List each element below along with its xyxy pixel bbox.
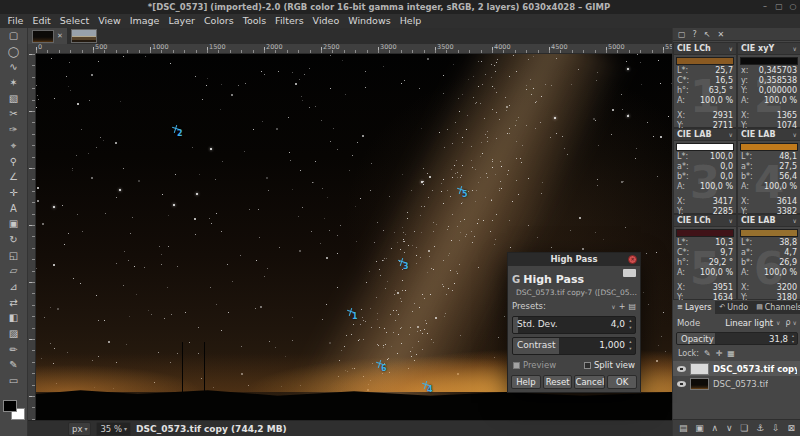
visibility-eye-icon[interactable] <box>677 381 686 387</box>
display-icon[interactable]: ▢ <box>678 28 686 41</box>
tool-scissors-select[interactable]: ✂ <box>0 106 27 122</box>
layer-row[interactable]: DSC_0573.tif copy <box>673 361 800 376</box>
sample-point-3[interactable]: 3 <box>398 258 412 272</box>
zoom-select[interactable]: 35 % ▾ <box>96 422 131 436</box>
close-icon[interactable]: ✕ <box>718 28 725 41</box>
high-pass-dialog[interactable]: High Pass ✕ GHigh Pass DSC_0573.tif copy… <box>507 252 641 393</box>
add-preset-icon[interactable]: + <box>619 302 626 311</box>
tool-select-by-color[interactable]: ▧ <box>0 91 27 107</box>
menu-layer[interactable]: Layer <box>164 14 200 28</box>
dialog-title-bar[interactable]: High Pass ✕ <box>508 253 640 266</box>
minimize-icon[interactable]: – <box>758 0 772 14</box>
menu-image[interactable]: Image <box>125 14 164 28</box>
opacity-slider[interactable]: Opacity 31,8 ▴▾ <box>676 332 798 345</box>
cancel-button[interactable]: Cancel <box>574 375 605 389</box>
tool-shear[interactable]: ▱ <box>0 263 27 279</box>
tool-move[interactable]: ✛ <box>0 185 27 201</box>
unit-select[interactable]: px ▾ <box>68 422 91 436</box>
presets-dropdown[interactable]: ∨ <box>549 303 616 310</box>
tool-rect-select[interactable]: ▢ <box>0 28 27 44</box>
menu-edit[interactable]: Edit <box>28 14 55 28</box>
raise-layer-button[interactable]: ∧ <box>712 423 719 433</box>
lock-position-icon[interactable]: ✛ <box>716 349 723 358</box>
lock-alpha-icon[interactable]: ▦ <box>727 349 735 358</box>
split-view-checkbox[interactable]: Split view <box>584 360 635 370</box>
help-button[interactable]: Help <box>511 375 541 389</box>
tab-close-icon[interactable]: ✕ <box>57 32 63 40</box>
menu-tools[interactable]: Tools <box>238 14 270 28</box>
new-group-button[interactable]: ▣ <box>695 423 704 433</box>
tool-fuzzy-select[interactable]: ✶ <box>0 75 27 91</box>
tool-scale[interactable]: ◱ <box>0 248 27 264</box>
tool-pencil[interactable]: ✏ <box>0 342 27 358</box>
image-tab-landscape[interactable] <box>67 28 101 44</box>
tool-free-select[interactable]: ∿ <box>0 59 27 75</box>
tool-bucket-fill[interactable]: ◧ <box>0 310 27 326</box>
cursor-icon[interactable]: ↖ <box>704 28 711 41</box>
slider-std-dev-[interactable]: Std. Dev.4,0▴▾ <box>512 316 636 334</box>
menu-colors[interactable]: Colors <box>199 14 238 28</box>
colorspace-select[interactable]: CIE xyY∨ <box>738 43 800 55</box>
menu-video[interactable]: Video <box>308 14 344 28</box>
menu-windows[interactable]: Windows <box>344 14 395 28</box>
spinner-icons[interactable]: ▴▾ <box>790 333 796 344</box>
image-tab-night-sky[interactable]: ✕ <box>28 28 67 44</box>
layer-row[interactable]: DSC_0573.tif <box>673 376 800 391</box>
close-icon[interactable]: ○ <box>786 0 800 14</box>
coord-label: Y: <box>741 207 748 217</box>
sample-point-2[interactable]: 2 <box>172 125 186 139</box>
fg-bg-colors[interactable] <box>3 400 25 420</box>
spinner-icons[interactable]: ▴▾ <box>627 318 634 331</box>
preview-checkbox[interactable]: Preview <box>513 360 556 370</box>
horizontal-ruler[interactable]: 0500100015002000250030003500400045005000… <box>36 44 672 54</box>
new-layer-button[interactable]: ▤ <box>679 423 688 433</box>
title-bar[interactable]: *[DSC_0573] (imported)-2.0 (RGB color 16… <box>0 0 800 14</box>
menu-view[interactable]: View <box>94 14 126 28</box>
tool-text[interactable]: A <box>0 201 27 217</box>
colorspace-select[interactable]: CIE LCh∨ <box>674 43 736 55</box>
blend-space-icon[interactable]: ρ <box>786 318 791 327</box>
tool-flip[interactable]: ⇄ <box>0 295 27 311</box>
reset-button[interactable]: Reset <box>543 375 573 389</box>
layer-mode-row[interactable]: Mode Linear light ∨ ρ ∨ <box>673 315 800 330</box>
tool-paths[interactable]: ✑ <box>0 122 27 138</box>
dialog-close-icon[interactable]: ✕ <box>628 255 637 264</box>
tool-measure[interactable]: ∠ <box>0 169 27 185</box>
menu-select[interactable]: Select <box>55 14 93 28</box>
ok-button[interactable]: OK <box>607 375 637 389</box>
merge-down-button[interactable]: ⇩ <box>772 423 780 433</box>
duplicate-layer-button[interactable]: ❏ <box>740 423 748 433</box>
help-icon[interactable]: ? <box>693 28 697 41</box>
maximize-icon[interactable]: ▢ <box>772 0 786 14</box>
delete-layer-button[interactable]: ⊠ <box>787 423 795 433</box>
tool-zoom[interactable]: ⚲ <box>0 154 27 170</box>
manage-presets-icon[interactable]: ▤ <box>628 302 636 311</box>
menu-help[interactable]: Help <box>395 14 426 28</box>
slider-contrast[interactable]: Contrast1,000▴▾ <box>512 337 636 355</box>
lock-paint-icon[interactable]: ✎ <box>704 349 711 358</box>
tool-gradient[interactable]: ▨ <box>0 326 27 342</box>
tool-paintbrush[interactable]: ✎ <box>0 357 27 373</box>
spinner-icons[interactable]: ▴▾ <box>627 339 634 352</box>
tool-rotate[interactable]: ↻ <box>0 232 27 248</box>
sample-point-5[interactable]: 5 <box>457 186 471 200</box>
mode-value[interactable]: Linear light <box>725 318 773 328</box>
menu-filters[interactable]: Filters <box>271 14 308 28</box>
opacity-value: 31,8 <box>769 333 788 345</box>
anchor-layer-button[interactable]: ⚓ <box>756 423 764 433</box>
status-bar: px ▾ 35 % ▾ DSC_0573.tif copy (744,2 MB) <box>28 420 672 436</box>
foreground-color-swatch[interactable] <box>3 400 17 412</box>
tool-perspective[interactable]: ⊿ <box>0 279 27 295</box>
sample-point-6[interactable]: 6 <box>376 360 390 374</box>
coord-label: X: <box>677 283 685 293</box>
sample-point-4[interactable]: 4 <box>422 381 436 395</box>
tool-color-picker[interactable]: ⌖ <box>0 138 27 154</box>
lower-layer-button[interactable]: ∨ <box>726 423 733 433</box>
vertical-ruler[interactable] <box>28 54 36 432</box>
visibility-eye-icon[interactable] <box>677 366 686 372</box>
menu-file[interactable]: File <box>3 14 28 28</box>
sample-point-1[interactable]: 1 <box>347 308 361 322</box>
tool-ellipse-select[interactable]: ◯ <box>0 44 27 60</box>
tool-eraser[interactable]: ▭ <box>0 373 27 389</box>
tool-crop[interactable]: ▣ <box>0 216 27 232</box>
